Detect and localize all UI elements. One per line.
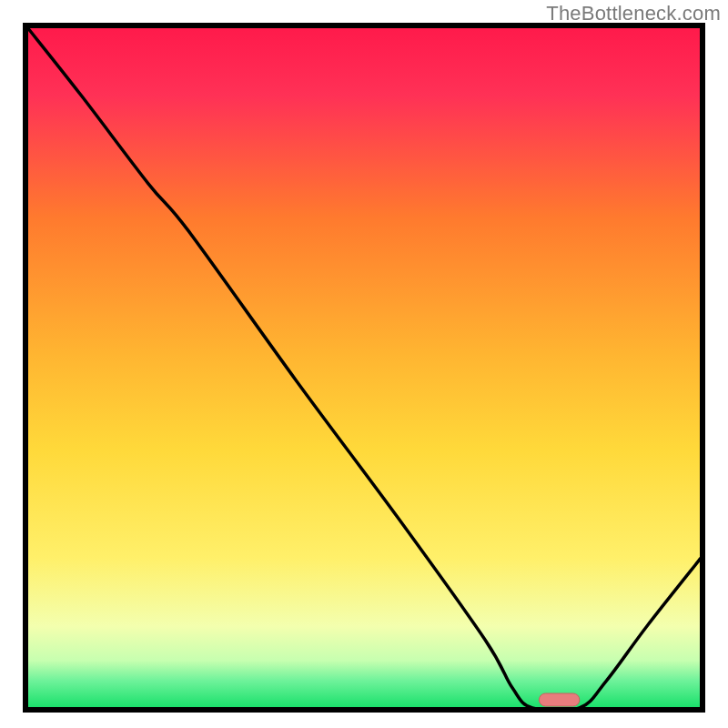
gradient-background [27, 27, 701, 708]
optimum-marker [539, 693, 579, 706]
bottleneck-chart [0, 0, 728, 728]
chart-stage: TheBottleneck.com [0, 0, 728, 728]
watermark-text: TheBottleneck.com [546, 2, 721, 25]
plot-area [25, 25, 703, 711]
